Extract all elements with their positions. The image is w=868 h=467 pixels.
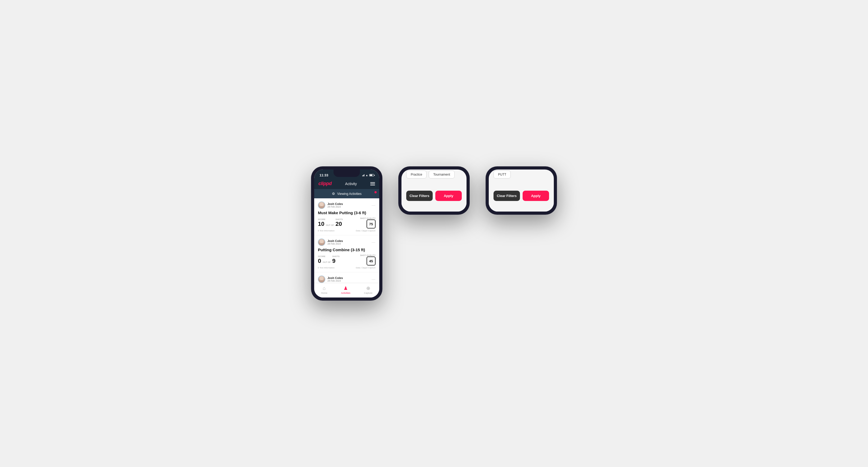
activities-icon-1: ♟ [344,285,348,291]
nav-home-1[interactable]: ⌂ Home [321,286,328,294]
clear-filters-btn-3[interactable]: Clear Filters [494,191,520,201]
sheet-footer-2: Clear Filters Apply [401,186,467,206]
more-options-2[interactable]: ··· [372,240,376,244]
nav-activities-1[interactable]: ♟ Activities [341,285,350,294]
bottom-nav-1: ⌂ Home ♟ Activities ⊕ Capture [314,283,379,298]
activity-title-1: Must Make Putting (3-6 ft) [318,211,376,215]
nav-capture-1[interactable]: ⊕ Capture [364,285,372,294]
activities-label-1: Activities [341,292,350,294]
scene: 11:33 ▲ clippd Activity [295,151,573,316]
apply-btn-2[interactable]: Apply [435,191,462,201]
more-options-1[interactable]: ··· [372,203,376,207]
data-source-1: Data: Clippd Capture [356,229,376,232]
home-label-1: Home [321,292,328,294]
user-date-1: 28 Feb 2023 [328,206,343,208]
apply-btn-3[interactable]: Apply [523,191,549,201]
more-options-3[interactable]: ··· [372,277,376,281]
user-info-2: Josh Coles 28 Feb 2023 [318,239,343,246]
signal-icon [362,174,365,176]
sheet-footer-3: Clear Filters Apply [489,186,554,206]
data-source-2: Data: Clippd Capture [356,267,376,269]
rounds-section-2: Rounds Practice Tournament [401,169,467,181]
shot-quality-badge-2: 45 [367,256,376,266]
activity-card-1: Josh Coles 28 Feb 2023 ··· Must Make Put… [314,198,379,235]
shots-value-1: 20 [336,221,342,227]
user-info-1: Josh Coles 28 Feb 2023 [318,201,343,209]
shot-quality-label-1: Shot Quality [360,217,376,219]
user-name-1: Josh Coles [328,202,343,206]
shots-value-2: 9 [332,257,335,264]
user-name-3: Josh Coles [328,276,343,280]
wifi-icon: ▲ [366,174,368,177]
nav-title-1: Activity [345,182,357,186]
rounds-toggle-group-2: Practice Tournament [406,170,462,179]
activity-list-1: Josh Coles 28 Feb 2023 ··· Must Make Put… [314,198,379,283]
hamburger-menu-1[interactable] [370,182,375,185]
score-label-1: Score [318,218,335,221]
activity-card-3: Josh Coles 28 Feb 2023 ··· [314,272,379,283]
out-of-1: OUT OF [326,224,334,226]
status-time-1: 11:33 [319,173,328,177]
capture-icon-1: ⊕ [366,285,370,291]
battery-icon [369,174,374,176]
shot-quality-label-2: Shot Quality [360,254,376,256]
score-value-2: 0 [318,257,321,264]
phone-3: 11:33 ▲ clippd Activity [486,166,557,215]
viewing-label-1: Viewing Activities [337,192,362,196]
avatar-1 [318,201,325,209]
score-label-2: Score [318,255,331,257]
filter-sheet-3: Filter ✕ Show Rounds Practice Drills Pra… [489,169,554,212]
home-icon-1: ⌂ [323,286,326,291]
activity-title-2: Putting Combine (3-15 ft) [318,248,376,252]
drills-section-3: Practice Drills OTT APP ARG PUTT [489,169,554,181]
filter-icon-1: ⚙ [332,192,335,196]
shots-label-2: Shots [332,255,340,257]
card-header-3: Josh Coles 28 Feb 2023 ··· [318,276,376,283]
filter-sheet-2: Filter ✕ Show Rounds Practice Drills Rou… [401,169,467,212]
info-icon-1: ℹ [318,229,319,232]
drill-putt-btn-3[interactable]: PUTT [494,170,511,179]
user-name-2: Josh Coles [328,239,343,243]
avatar-2 [318,239,325,246]
status-icons-1: ▲ [362,174,374,177]
card-header-2: Josh Coles 28 Feb 2023 ··· [318,239,376,246]
shots-label-1: Shots [336,218,343,221]
score-value-1: 10 [318,221,324,227]
red-dot-1 [374,191,377,193]
user-info-3: Josh Coles 28 Feb 2023 [318,276,343,283]
rounds-practice-btn-2[interactable]: Practice [406,170,427,179]
test-info-2: ℹ Test Information [318,267,335,269]
card-footer-1: ℹ Test Information Data: Clippd Capture [318,229,376,232]
phone-2: 11:33 ▲ clippd Activity [398,166,470,215]
user-date-2: 28 Feb 2023 [328,243,343,245]
drills-toggle-group-3: OTT APP ARG PUTT [494,169,549,179]
phone-1: 11:33 ▲ clippd Activity [311,166,382,301]
avatar-3 [318,276,325,283]
card-footer-2: ℹ Test Information Data: Clippd Capture [318,267,376,269]
info-icon-2: ℹ [318,267,319,269]
out-of-2: OUT OF [323,261,331,263]
capture-label-1: Capture [364,292,372,294]
sheet-bottom-spacer-2 [401,206,467,212]
clear-filters-btn-2[interactable]: Clear Filters [406,191,433,201]
viewing-banner-1[interactable]: ⚙ Viewing Activities [314,189,379,198]
phone-notch [334,169,360,177]
nav-bar-1: clippd Activity [314,179,379,189]
sheet-bottom-spacer-3 [489,206,554,212]
rounds-tournament-btn-2[interactable]: Tournament [429,170,454,179]
user-date-3: 28 Feb 2023 [328,280,343,282]
shot-quality-badge-1: 75 [367,219,376,228]
card-header-1: Josh Coles 28 Feb 2023 ··· [318,201,376,209]
app-logo-1: clippd [318,181,332,186]
test-info-1: ℹ Test Information [318,229,335,232]
activity-card-2: Josh Coles 28 Feb 2023 ··· Putting Combi… [314,235,379,272]
